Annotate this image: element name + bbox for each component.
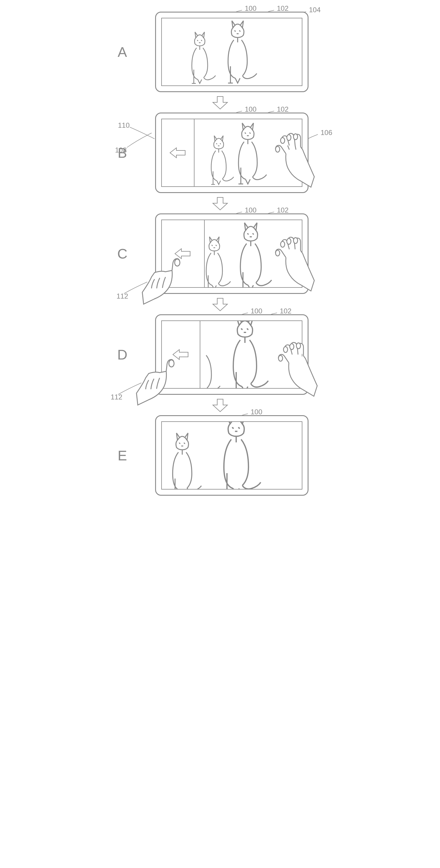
svg-point-15: [296, 343, 300, 349]
panel-A: A 100 102 104: [111, 12, 329, 92]
hand-right-icon: [264, 131, 316, 189]
screen[interactable]: [161, 421, 302, 490]
dog-large: [211, 19, 264, 86]
step-label-A: A: [111, 44, 134, 60]
screen[interactable]: [161, 18, 302, 86]
svg-point-8: [287, 239, 291, 244]
step-label-D: D: [111, 347, 134, 363]
device-frame[interactable]: [155, 314, 309, 395]
step-label-C: C: [111, 246, 134, 262]
svg-point-4: [293, 134, 297, 140]
device-frame[interactable]: [155, 12, 309, 92]
callout-102: 102: [280, 307, 291, 315]
callout-108: 108: [115, 146, 127, 154]
flow-arrow-icon: [211, 398, 229, 412]
arrow-left-icon: [169, 147, 187, 159]
svg-point-10: [276, 250, 280, 256]
panel-E: E 100: [111, 415, 329, 496]
callout-102: 102: [277, 206, 289, 214]
svg-point-11: [175, 259, 180, 266]
hand-left-icon: [142, 255, 194, 308]
svg-point-13: [283, 347, 287, 352]
svg-point-16: [279, 355, 283, 361]
flow-arrow-icon: [211, 297, 229, 311]
svg-point-14: [289, 344, 294, 349]
flow-arrow-icon: [211, 95, 229, 110]
panel-C: C 100 102 112: [111, 213, 329, 294]
hand-left-icon: [135, 356, 188, 408]
panel-D: D 100 102 112: [111, 314, 329, 395]
svg-point-9: [293, 238, 297, 244]
callout-110: 110: [118, 121, 130, 129]
svg-point-5: [276, 146, 280, 152]
panel-B: B 100 102 106 108 110: [111, 113, 329, 193]
device-frame[interactable]: [155, 213, 309, 294]
dog-large: [200, 421, 273, 490]
callout-100: 100: [251, 408, 262, 416]
svg-point-3: [287, 135, 291, 141]
step-label-E: E: [111, 447, 134, 464]
figure-container: A 100 102 104 B 100 102 106 108: [111, 12, 329, 499]
side-panel[interactable]: [162, 119, 194, 186]
svg-point-17: [169, 360, 174, 367]
callout-112: 112: [111, 393, 122, 401]
svg-point-7: [281, 241, 285, 247]
device-frame[interactable]: [155, 415, 309, 496]
callout-102: 102: [277, 105, 289, 114]
hand-right-icon: [264, 235, 316, 293]
callout-106: 106: [321, 129, 333, 137]
callout-line: [128, 126, 157, 140]
callout-104: 104: [309, 6, 321, 14]
device-frame[interactable]: [155, 113, 309, 193]
svg-point-2: [281, 137, 285, 144]
hand-right-icon: [267, 340, 319, 398]
callout-112: 112: [117, 292, 128, 300]
flow-arrow-icon: [211, 196, 229, 211]
